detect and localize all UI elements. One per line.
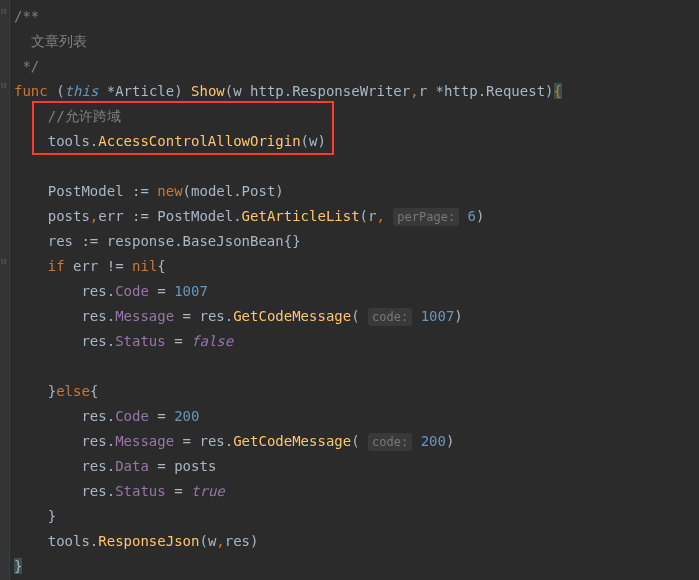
code-line: 文章列表 [14,29,699,54]
call-responsejson: ResponseJson [98,533,199,549]
receiver-this: this [65,83,99,99]
code-line: } [14,554,699,579]
call-getarticlelist: GetArticleList [242,208,360,224]
number-200: 200 [421,433,446,449]
func-name-show: Show [191,83,225,99]
code-line: res.Message = res.GetCodeMessage( code: … [14,429,699,454]
bool-false: false [191,333,233,349]
fold-icon[interactable]: ⊟ [1,80,6,90]
code-line: func (this *Article) Show(w http.Respons… [14,79,699,104]
keyword-func: func [14,83,56,99]
code-line: }else{ [14,379,699,404]
number-6: 6 [468,208,476,224]
code-line: tools.ResponseJson(w,res) [14,529,699,554]
field-status: Status [115,483,166,499]
comment-text: */ [14,58,39,74]
call-accesscontrol: AccessControlAllowOrigin [98,133,300,149]
code-line: posts,err := PostModel.GetArticleList(r,… [14,204,699,229]
field-status: Status [115,333,166,349]
keyword-if: if [48,258,73,274]
number-200: 200 [174,408,199,424]
fold-icon[interactable]: ⊟ [1,256,6,266]
param-hint-code: code: [368,433,412,451]
code-line: if err != nil{ [14,254,699,279]
code-line: res := response.BaseJsonBean{} [14,229,699,254]
param-hint-code: code: [368,308,412,326]
field-code: Code [115,283,149,299]
editor-gutter: ⊟ ⊟ ⊟ [0,0,10,580]
field-code: Code [115,408,149,424]
field-message: Message [115,433,174,449]
code-line: } [14,504,699,529]
call-getcodemessage: GetCodeMessage [233,433,351,449]
code-line: res.Status = true [14,479,699,504]
type-article: Article [115,83,174,99]
code-line [14,154,699,179]
comment-text: //允许跨域 [14,108,121,124]
code-line: res.Status = false [14,329,699,354]
call-getcodemessage: GetCodeMessage [233,308,351,324]
field-data: Data [115,458,149,474]
code-line: res.Code = 200 [14,404,699,429]
brace-open: { [554,83,562,99]
code-line: */ [14,54,699,79]
code-line: /** [14,4,699,29]
number-1007: 1007 [421,308,455,324]
brace-close: } [14,558,22,574]
code-line: //允许跨域 [14,104,699,129]
field-message: Message [115,308,174,324]
code-line: tools.AccessControlAllowOrigin(w) [14,129,699,154]
bool-true: true [191,483,225,499]
code-line: res.Code = 1007 [14,279,699,304]
code-line [14,354,699,379]
comment-text: /** [14,8,39,24]
code-editor[interactable]: /** 文章列表 */ func (this *Article) Show(w … [10,0,699,580]
code-line: res.Message = res.GetCodeMessage( code: … [14,304,699,329]
keyword-else: else [56,383,90,399]
comment-text: 文章列表 [14,33,87,49]
code-line: res.Data = posts [14,454,699,479]
code-line: PostModel := new(model.Post) [14,179,699,204]
keyword-nil: nil [132,258,157,274]
fold-icon[interactable]: ⊟ [1,6,6,16]
number-1007: 1007 [174,283,208,299]
keyword-new: new [157,183,182,199]
param-hint-perpage: perPage: [393,208,459,226]
